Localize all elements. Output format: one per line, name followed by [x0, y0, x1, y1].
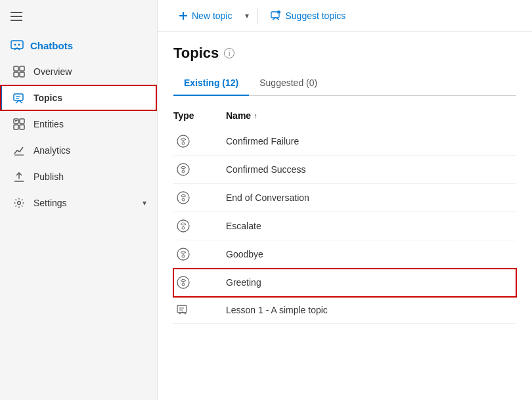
svg-rect-0 [11, 12, 22, 13]
content-area: Topics i Existing (12) Suggested (0) Typ… [158, 32, 532, 400]
topic-name: Confirmed Failure [226, 136, 516, 146]
svg-rect-6 [14, 66, 18, 71]
svg-point-35 [182, 198, 185, 201]
topic-name: Lesson 1 - A simple topic [226, 305, 516, 315]
sidebar-item-analytics-label: Analytics [33, 145, 70, 156]
topics-icon [12, 91, 26, 104]
sidebar: Chatbots Overview Topics [0, 0, 158, 400]
sidebar-item-topics-label: Topics [33, 93, 62, 103]
svg-point-41 [182, 255, 185, 257]
hamburger-button[interactable] [0, 0, 157, 32]
sort-arrow: ↑ [254, 112, 257, 120]
table-header: Type Name ↑ [173, 106, 516, 125]
col-type-header: Type [173, 110, 226, 121]
suggest-topics-button[interactable]: + Suggest topics [263, 7, 353, 25]
topic-type-icon [173, 190, 226, 205]
svg-point-29 [182, 142, 185, 144]
sidebar-item-overview[interactable]: Overview [0, 58, 157, 85]
tab-existing[interactable]: Existing (12) [173, 72, 249, 96]
info-icon[interactable]: i [224, 48, 234, 58]
svg-rect-7 [20, 66, 24, 71]
topic-name: Escalate [226, 221, 516, 231]
entities-icon [12, 118, 26, 131]
page-title: Topics [173, 45, 219, 62]
settings-icon [12, 196, 26, 210]
chatbots-nav[interactable]: Chatbots [0, 32, 157, 58]
svg-rect-1 [11, 16, 22, 17]
svg-rect-9 [20, 72, 24, 77]
main-content: New topic ▾ + Suggest topics Topics i Ex… [158, 0, 532, 400]
sidebar-item-overview-label: Overview [33, 66, 72, 77]
table-row[interactable]: Goodbye [173, 240, 516, 269]
svg-point-32 [182, 170, 185, 173]
svg-rect-8 [14, 72, 18, 77]
topic-type-icon [173, 247, 226, 261]
svg-rect-10 [14, 94, 23, 100]
toolbar-divider [257, 8, 257, 24]
table-row[interactable]: Confirmed Success [173, 156, 516, 184]
sidebar-item-publish[interactable]: Publish [0, 164, 157, 190]
svg-point-44 [182, 283, 185, 286]
topic-name: End of Conversation [226, 192, 516, 203]
overview-icon [12, 65, 26, 78]
svg-rect-16 [20, 125, 24, 129]
page-title-row: Topics i [173, 45, 516, 62]
topic-type-icon [173, 275, 226, 290]
svg-point-38 [182, 227, 185, 229]
publish-icon [12, 170, 26, 183]
topic-type-icon [173, 303, 226, 317]
svg-rect-46 [177, 305, 187, 313]
sidebar-item-settings-label: Settings [33, 198, 67, 208]
col-name-header[interactable]: Name ↑ [226, 110, 516, 121]
chatbots-label: Chatbots [30, 40, 73, 51]
settings-chevron: ▾ [143, 198, 146, 208]
topic-type-icon [173, 134, 226, 148]
svg-rect-14 [20, 119, 24, 123]
topic-type-icon [173, 162, 226, 177]
svg-rect-2 [11, 20, 22, 21]
topic-name: Greeting [226, 277, 516, 288]
sidebar-item-analytics[interactable]: Analytics [0, 137, 157, 164]
sidebar-item-topics[interactable]: Topics [0, 85, 157, 111]
sidebar-item-publish-label: Publish [33, 171, 64, 182]
topic-name: Confirmed Success [226, 164, 516, 175]
sidebar-item-entities-label: Entities [33, 119, 64, 129]
svg-point-22 [18, 202, 21, 205]
sidebar-item-entities[interactable]: Entities [0, 111, 157, 137]
topic-name: Goodbye [226, 249, 516, 259]
svg-rect-15 [14, 125, 18, 129]
analytics-icon [12, 144, 26, 157]
svg-rect-13 [14, 119, 18, 123]
table-row[interactable]: Lesson 1 - A simple topic [173, 297, 516, 324]
table-row-greeting[interactable]: Greeting [173, 269, 516, 297]
svg-point-4 [14, 44, 16, 46]
topic-type-icon [173, 219, 226, 233]
tabs: Existing (12) Suggested (0) [173, 72, 516, 96]
new-topic-dropdown[interactable]: ▾ [242, 7, 252, 24]
table-row[interactable]: Confirmed Failure [173, 127, 516, 156]
suggest-icon: + [271, 11, 281, 21]
table-row[interactable]: End of Conversation [173, 184, 516, 212]
sidebar-item-settings[interactable]: Settings ▾ [0, 190, 157, 216]
new-topic-button[interactable]: New topic [171, 7, 240, 25]
toolbar: New topic ▾ + Suggest topics [158, 0, 532, 32]
plus-icon [179, 11, 188, 20]
svg-point-5 [18, 44, 20, 46]
chatbots-icon [11, 39, 24, 52]
table-row[interactable]: Escalate [173, 212, 516, 240]
tab-suggested[interactable]: Suggested (0) [249, 72, 328, 96]
